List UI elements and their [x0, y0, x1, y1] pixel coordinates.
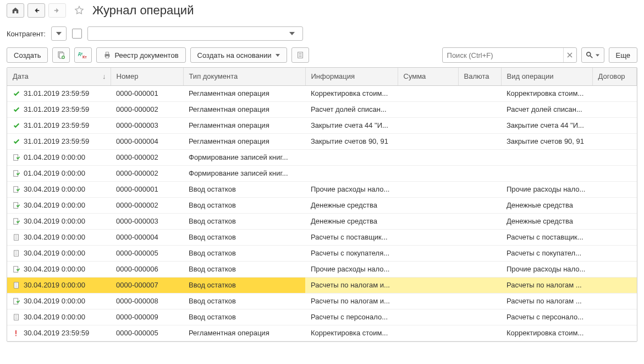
cell-date: 01.04.2019 0:00:00	[7, 165, 111, 181]
cell-contract	[592, 261, 637, 277]
filter-checkbox[interactable]	[72, 29, 82, 39]
cell-op: Корректировка стоим...	[501, 325, 592, 341]
col-doc-type[interactable]: Тип документа	[183, 68, 305, 85]
cell-number: 0000-000007	[111, 277, 183, 293]
table-row[interactable]: 30.04.2019 0:00:000000-000005Ввод остатк…	[7, 245, 637, 261]
cell-sum	[398, 325, 458, 341]
table-row[interactable]: 30.04.2019 0:00:000000-000007Ввод остатк…	[7, 277, 637, 293]
cell-sum	[398, 213, 458, 229]
cell-sum	[398, 261, 458, 277]
table-row[interactable]: 30.04.2019 0:00:000000-000009Ввод остатк…	[7, 309, 637, 325]
cell-number: 0000-000004	[111, 133, 183, 149]
table-row[interactable]: 31.01.2019 23:59:590000-000001Регламентн…	[7, 85, 637, 101]
cell-currency	[458, 101, 501, 117]
cell-doc_type: Регламентная операция	[183, 85, 305, 101]
svg-rect-38	[15, 335, 16, 336]
col-info[interactable]: Информация	[305, 68, 398, 85]
dtkt-button[interactable]: ДтКт	[74, 47, 92, 63]
cell-number: 0000-000002	[111, 101, 183, 117]
favorite-button[interactable]	[73, 4, 86, 17]
cell-number: 0000-000002	[111, 149, 183, 165]
table-row[interactable]: 30.04.2019 0:00:000000-000008Ввод остатк…	[7, 293, 637, 309]
copy-button[interactable]	[52, 47, 70, 63]
cell-op: Расчеты с персонало...	[501, 309, 592, 325]
chevron-down-icon	[276, 54, 280, 57]
doc-post-icon	[13, 218, 24, 225]
more-button[interactable]: Еще	[609, 47, 637, 63]
doc-post-icon	[13, 297, 24, 305]
cell-currency	[458, 245, 501, 261]
cell-number: 0000-000003	[111, 213, 183, 229]
cell-date: 30.04.2019 23:59:59	[7, 325, 111, 341]
advanced-search-button[interactable]	[581, 47, 604, 63]
arrow-right-icon	[53, 7, 61, 14]
more-label: Еще	[616, 51, 630, 59]
table-row[interactable]: 30.04.2019 0:00:000000-000002Ввод остатк…	[7, 197, 637, 213]
search-clear-button[interactable]	[563, 48, 576, 62]
col-date[interactable]: Дата	[7, 68, 111, 85]
warn-icon	[13, 329, 24, 337]
cell-date: 30.04.2019 0:00:00	[24, 185, 85, 193]
table-row[interactable]: 30.04.2019 0:00:000000-000004Ввод остатк…	[7, 229, 637, 245]
cell-info: Расчеты с персонало...	[305, 309, 398, 325]
col-currency[interactable]: Валюта	[458, 68, 501, 85]
filter-value-input[interactable]	[87, 26, 303, 41]
cell-sum	[398, 149, 458, 165]
search-input[interactable]	[443, 51, 563, 59]
col-contract[interactable]: Договор	[592, 68, 637, 85]
cell-currency	[458, 85, 501, 101]
cell-date: 31.01.2019 23:59:59	[7, 85, 111, 101]
col-sum[interactable]: Сумма	[398, 68, 458, 85]
table-row[interactable]: 31.01.2019 23:59:590000-000002Регламентн…	[7, 101, 637, 117]
cell-doc_type: Ввод остатков	[183, 261, 305, 277]
attachments-button[interactable]	[291, 47, 309, 63]
forward-button[interactable]	[48, 3, 66, 18]
registry-button[interactable]: Реестр документов	[96, 47, 185, 63]
cell-op: Закрытие счетов 90, 91	[501, 133, 592, 149]
back-button[interactable]	[27, 3, 45, 18]
copy-doc-icon	[57, 51, 65, 59]
cell-currency	[458, 165, 501, 181]
cell-currency	[458, 213, 501, 229]
cell-contract	[592, 85, 637, 101]
star-icon	[74, 5, 85, 16]
cell-sum	[398, 309, 458, 325]
create-button[interactable]: Создать	[7, 47, 48, 63]
table-row[interactable]: 31.01.2019 23:59:590000-000003Регламентн…	[7, 117, 637, 133]
cell-doc_type: Ввод остатков	[183, 181, 305, 197]
cell-number: 0000-000006	[111, 261, 183, 277]
doc-post-icon	[13, 154, 24, 161]
svg-text:Кт: Кт	[82, 55, 87, 59]
cell-contract	[592, 101, 637, 117]
cell-sum	[398, 197, 458, 213]
cell-doc_type: Регламентная операция	[183, 117, 305, 133]
cell-currency	[458, 325, 501, 341]
table-row[interactable]: 01.04.2019 0:00:000000-000002Формировани…	[7, 149, 637, 165]
doc-post-icon	[13, 186, 24, 193]
svg-rect-7	[106, 56, 109, 58]
cell-number: 0000-000001	[111, 85, 183, 101]
svg-point-12	[587, 52, 591, 56]
table-row[interactable]: 30.04.2019 0:00:000000-000001Ввод остатк…	[7, 181, 637, 197]
cell-sum	[398, 101, 458, 117]
col-number[interactable]: Номер	[111, 68, 183, 85]
doc-icon	[13, 313, 24, 321]
table-row[interactable]: 30.04.2019 23:59:590000-000005Регламентн…	[7, 325, 637, 341]
cell-op: Расчеты по налогам ...	[501, 293, 592, 309]
col-op-kind[interactable]: Вид операции	[501, 68, 592, 85]
home-button[interactable]	[7, 3, 24, 18]
cell-currency	[458, 181, 501, 197]
table-row[interactable]: 31.01.2019 23:59:590000-000004Регламентн…	[7, 133, 637, 149]
filter-contractor-dropdown[interactable]	[51, 26, 67, 41]
doc-icon	[13, 233, 24, 241]
table-row[interactable]: 01.04.2019 0:00:000000-000002Формировани…	[7, 165, 637, 181]
table-row[interactable]: 30.04.2019 0:00:000000-000003Ввод остатк…	[7, 213, 637, 229]
table-row[interactable]: 30.04.2019 0:00:000000-000006Ввод остатк…	[7, 261, 637, 277]
cell-date: 30.04.2019 0:00:00	[24, 217, 85, 225]
cell-currency	[458, 277, 501, 293]
cell-info: Закрытие счета 44 "И...	[305, 117, 398, 133]
create-based-button[interactable]: Создать на основании	[190, 47, 288, 63]
search-box[interactable]	[442, 47, 577, 63]
cell-contract	[592, 213, 637, 229]
cell-info: Денежные средства	[305, 213, 398, 229]
